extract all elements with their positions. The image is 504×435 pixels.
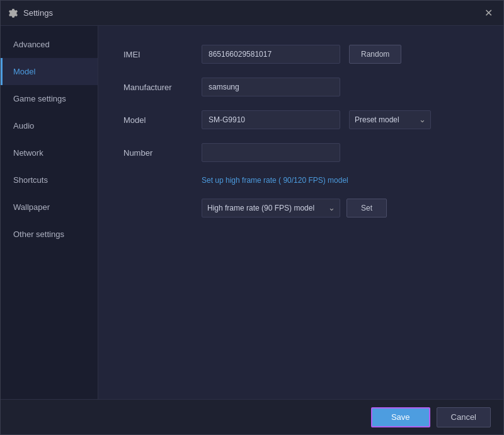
number-row: Number (123, 143, 478, 162)
main-panel: IMEI Random Manufacturer Model Preset mo… (98, 26, 503, 399)
sidebar-item-network[interactable]: Network (1, 139, 98, 166)
sidebar-item-advanced[interactable]: Advanced (1, 31, 98, 58)
fps-row: High frame rate (90 FPS) model Set (123, 199, 478, 218)
sidebar-item-game-settings[interactable]: Game settings (1, 85, 98, 112)
model-label: Model (123, 115, 193, 125)
manufacturer-row: Manufacturer (123, 78, 478, 96)
title-bar: Settings ✕ (1, 1, 503, 26)
fps-link[interactable]: Set up high frame rate ( 90/120 FPS) mod… (123, 176, 478, 185)
gear-icon (8, 8, 18, 18)
sidebar-item-other-settings[interactable]: Other settings (1, 221, 98, 248)
manufacturer-label: Manufacturer (123, 83, 193, 92)
fps-select-wrapper: High frame rate (90 FPS) model (202, 199, 340, 218)
number-label: Number (123, 148, 193, 158)
imei-input[interactable] (202, 45, 340, 64)
preset-model-wrapper: Preset model (349, 110, 431, 129)
sidebar-item-wallpaper[interactable]: Wallpaper (1, 194, 98, 221)
model-row: Model Preset model (123, 110, 478, 129)
model-input[interactable] (202, 110, 340, 129)
imei-row: IMEI Random (123, 45, 478, 64)
sidebar: Advanced Model Game settings Audio Netwo… (1, 26, 98, 399)
fps-select[interactable]: High frame rate (90 FPS) model (202, 199, 340, 218)
cancel-button[interactable]: Cancel (437, 407, 491, 427)
content-area: Advanced Model Game settings Audio Netwo… (1, 26, 503, 399)
sidebar-item-model[interactable]: Model (1, 58, 98, 85)
title-bar-left: Settings (8, 8, 481, 18)
imei-label: IMEI (123, 50, 193, 59)
set-button[interactable]: Set (346, 199, 387, 218)
sidebar-item-shortcuts[interactable]: Shortcuts (1, 166, 98, 194)
manufacturer-input[interactable] (202, 78, 340, 96)
save-button[interactable]: Save (371, 407, 430, 427)
random-button[interactable]: Random (349, 45, 401, 64)
window-title: Settings (23, 8, 53, 18)
close-button[interactable]: ✕ (481, 6, 496, 21)
number-input[interactable] (202, 143, 340, 162)
sidebar-item-audio[interactable]: Audio (1, 112, 98, 139)
bottom-bar: Save Cancel (1, 399, 503, 434)
preset-model-select[interactable]: Preset model (349, 110, 431, 129)
settings-window: Settings ✕ Advanced Model Game settings … (0, 0, 504, 435)
